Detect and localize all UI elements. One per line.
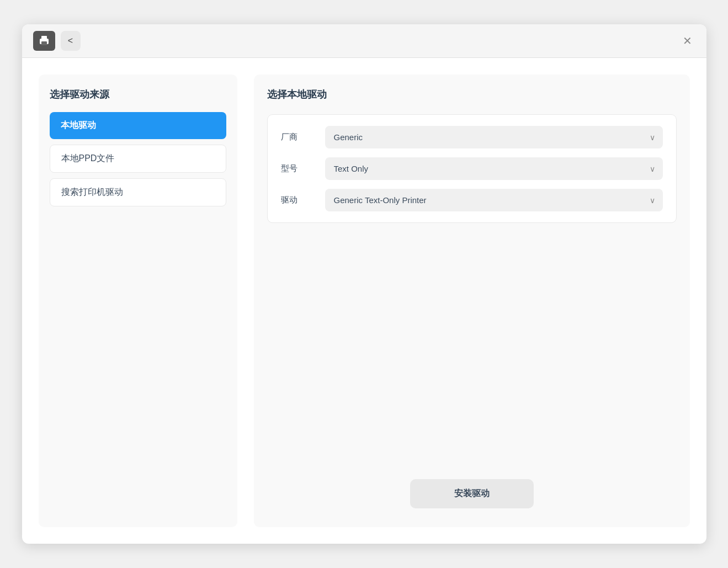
back-button[interactable]: <: [61, 31, 81, 51]
left-panel: 选择驱动来源 本地驱动 本地PPD文件 搜索打印机驱动: [39, 75, 237, 527]
manufacturer-select[interactable]: Generic HP Canon Epson Brother: [325, 126, 663, 148]
title-bar-left: <: [33, 31, 81, 51]
model-select[interactable]: Text Only PS PCL5 PCL6: [325, 157, 663, 180]
driver-label: 驱动: [281, 195, 325, 205]
install-btn-area: 安装驱动: [267, 468, 677, 514]
main-window: < ✕ 选择驱动来源 本地驱动 本地PPD文件 搜索打印机驱动 选择本地驱动 厂…: [22, 24, 706, 544]
left-panel-title: 选择驱动来源: [50, 88, 226, 101]
title-bar: < ✕: [22, 24, 706, 58]
driver-select[interactable]: Generic Text-Only Printer Generic PS Pri…: [325, 189, 663, 211]
manufacturer-row: 厂商 Generic HP Canon Epson Brother ∨: [281, 126, 663, 148]
driver-select-wrapper: Generic Text-Only Printer Generic PS Pri…: [325, 189, 663, 211]
svg-rect-2: [41, 41, 47, 45]
right-panel-title: 选择本地驱动: [267, 88, 677, 101]
model-select-wrapper: Text Only PS PCL5 PCL6 ∨: [325, 157, 663, 180]
svg-rect-1: [41, 36, 47, 39]
model-label: 型号: [281, 163, 325, 174]
printer-icon: [38, 34, 51, 47]
driver-row: 驱动 Generic Text-Only Printer Generic PS …: [281, 189, 663, 211]
manufacturer-label: 厂商: [281, 132, 325, 142]
install-driver-button[interactable]: 安装驱动: [410, 479, 534, 508]
manufacturer-select-wrapper: Generic HP Canon Epson Brother ∨: [325, 126, 663, 148]
right-panel: 选择本地驱动 厂商 Generic HP Canon Epson Brother…: [254, 75, 690, 527]
close-button[interactable]: ✕: [680, 33, 695, 49]
printer-icon-button[interactable]: [33, 31, 55, 51]
svg-point-3: [46, 40, 47, 41]
model-row: 型号 Text Only PS PCL5 PCL6 ∨: [281, 157, 663, 180]
nav-item-local-driver[interactable]: 本地驱动: [50, 112, 226, 139]
nav-item-local-ppd[interactable]: 本地PPD文件: [50, 145, 226, 173]
driver-form: 厂商 Generic HP Canon Epson Brother ∨: [267, 114, 677, 223]
spacer: [267, 223, 677, 468]
nav-item-search-driver[interactable]: 搜索打印机驱动: [50, 178, 226, 206]
content-area: 选择驱动来源 本地驱动 本地PPD文件 搜索打印机驱动 选择本地驱动 厂商 Ge…: [22, 58, 706, 544]
